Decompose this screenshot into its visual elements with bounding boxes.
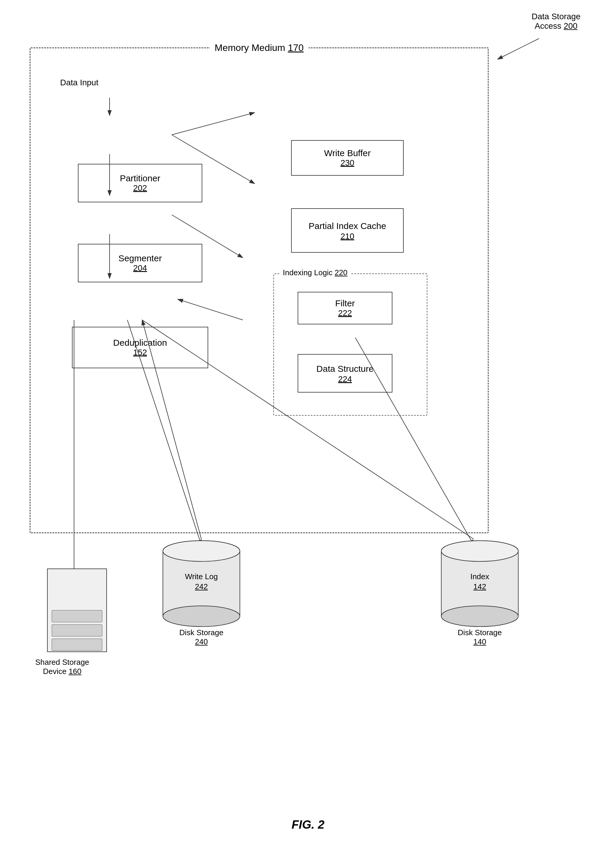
write-buffer-title: Write Buffer [324, 148, 370, 158]
dsa-number: 200 [564, 21, 578, 31]
partitioner-title: Partitioner [120, 173, 160, 183]
dsa-label-line2: Access [535, 21, 561, 31]
ss-label2: Device [43, 667, 66, 676]
deduplication-box: Deduplication 152 [72, 327, 208, 368]
dsa-label-line1: Data Storage [532, 12, 581, 21]
svg-point-18 [163, 606, 240, 627]
ds140-label: Disk Storage [458, 628, 502, 637]
svg-line-2 [498, 38, 539, 59]
svg-point-16 [163, 541, 240, 561]
disk-storage-240-label: Disk Storage 240 [160, 628, 243, 647]
svg-rect-25 [52, 610, 102, 622]
indexing-logic-label: Indexing Logic 220 [280, 268, 350, 277]
svg-point-22 [441, 606, 518, 627]
svg-point-19 [163, 541, 240, 561]
diagram-container: Data Storage Access 200 Memory Medium 17… [0, 0, 616, 855]
fig-title: FIG. 2 [291, 818, 324, 831]
filter-title: Filter [335, 298, 355, 308]
filter-number: 222 [338, 308, 352, 317]
pic-number: 210 [341, 232, 355, 241]
ds240-number: 240 [195, 637, 208, 646]
partitioner-box: Partitioner 202 [78, 164, 202, 202]
segmenter-title: Segmenter [118, 253, 162, 264]
disk-storage-140-label: Disk Storage 140 [438, 628, 521, 647]
indexing-logic-box: Indexing Logic 220 Filter 222 Data Struc… [274, 273, 427, 416]
write-buffer-number: 230 [341, 158, 355, 167]
mm-label: Memory Medium [215, 42, 285, 53]
index-number: 142 [473, 582, 486, 591]
dedup-number: 152 [133, 348, 147, 357]
ds-number: 224 [338, 374, 352, 384]
write-log-inner-label: Write Log 242 [172, 572, 231, 592]
segmenter-box: Segmenter 204 [78, 244, 202, 282]
ss-number: 160 [69, 667, 81, 676]
memory-medium-label: Memory Medium 170 [210, 42, 309, 53]
pic-title: Partial Index Cache [309, 220, 386, 232]
shared-storage-label: Shared Storage Device 160 [24, 658, 101, 676]
data-input-label: Data Input [60, 78, 98, 87]
mm-number: 170 [288, 42, 304, 53]
segmenter-number: 204 [133, 264, 147, 273]
svg-point-23 [441, 541, 518, 561]
write-buffer-box: Write Buffer 230 [291, 140, 404, 176]
write-log-number: 242 [195, 582, 208, 591]
memory-medium-box: Memory Medium 170 Data Input Partitioner… [30, 48, 489, 533]
filter-box: Filter 222 [298, 292, 393, 325]
write-log-title: Write Log [185, 572, 218, 581]
il-label: Indexing Logic [283, 268, 333, 277]
ds240-label: Disk Storage [179, 628, 223, 637]
partitioner-number: 202 [133, 183, 147, 193]
svg-rect-24 [47, 569, 107, 652]
data-input-text: Data Input [60, 78, 98, 87]
svg-point-20 [441, 541, 518, 561]
svg-rect-26 [52, 625, 102, 636]
svg-rect-27 [52, 639, 102, 651]
ss-label: Shared Storage [35, 658, 89, 667]
data-storage-access-label: Data Storage Access 200 [532, 12, 581, 31]
dedup-title: Deduplication [113, 338, 167, 348]
fig-caption: FIG. 2 [291, 818, 324, 831]
ds-title: Data Structure [316, 363, 373, 374]
data-structure-box: Data Structure 224 [298, 354, 393, 392]
ds140-number: 140 [473, 637, 486, 646]
index-inner-label: Index 142 [450, 572, 509, 592]
index-title: Index [470, 572, 489, 581]
il-number: 220 [335, 268, 347, 277]
partial-index-cache-box: Partial Index Cache 210 [291, 208, 404, 253]
